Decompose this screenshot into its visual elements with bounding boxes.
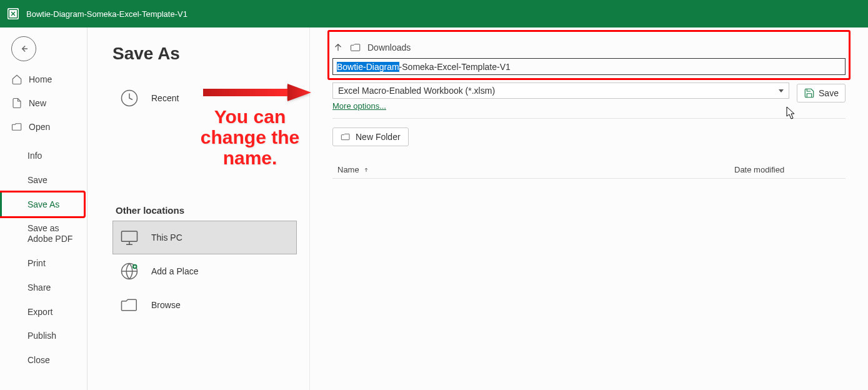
sort-asc-icon (363, 166, 369, 174)
nav-share[interactable]: Share (0, 276, 87, 300)
location-browse[interactable]: Browse (112, 288, 297, 322)
svg-rect-5 (203, 89, 287, 96)
path-breadcrumb[interactable]: Downloads (332, 39, 846, 56)
up-arrow-icon[interactable] (332, 42, 344, 53)
filetype-dropdown[interactable]: Excel Macro-Enabled Workbook (*.xlsm) (332, 82, 789, 99)
page-title: Save As (112, 44, 297, 64)
svg-rect-2 (122, 231, 137, 241)
more-options-link[interactable]: More options... (332, 101, 386, 111)
column-date[interactable]: Date modified (734, 165, 841, 174)
nav-close[interactable]: Close (0, 348, 87, 372)
nav-save[interactable]: Save (0, 168, 87, 192)
save-panel: Downloads Bowtie-Diagram-Someka-Excel-Te… (310, 28, 868, 390)
divider (332, 118, 846, 119)
nav-new[interactable]: New (0, 91, 87, 115)
location-thispc[interactable]: This PC (112, 221, 297, 254)
save-button-label: Save (819, 88, 839, 98)
location-addplace[interactable]: Add a Place (112, 254, 297, 288)
nav-export[interactable]: Export (0, 300, 87, 324)
nav-home-label: Home (29, 74, 52, 84)
titlebar-title: Bowtie-Diagram-Someka-Excel-Template-V1 (26, 9, 187, 19)
nav-save-as[interactable]: Save As (0, 192, 84, 217)
file-table-header: Name Date modified (332, 161, 846, 179)
nav-open[interactable]: Open (0, 115, 87, 139)
nav-home[interactable]: Home (0, 68, 87, 91)
filename-selected-text: Bowtie-Diagram (337, 62, 399, 72)
annotation-arrow (200, 80, 312, 105)
excel-app-icon (7, 8, 19, 19)
folder-icon (350, 42, 361, 53)
location-recent-label: Recent (151, 93, 179, 103)
back-button[interactable] (11, 36, 36, 61)
save-button[interactable]: Save (797, 84, 846, 102)
new-folder-label: New Folder (356, 132, 401, 142)
nav-new-label: New (29, 98, 46, 108)
column-name[interactable]: Name (337, 165, 734, 174)
path-folder-name: Downloads (367, 42, 411, 52)
new-folder-icon (341, 132, 351, 142)
location-addplace-label: Add a Place (151, 266, 199, 276)
location-browse-label: Browse (151, 300, 181, 310)
annotation-highlight-filename: Downloads Bowtie-Diagram-Someka-Excel-Te… (327, 30, 851, 80)
filename-rest-text: -Someka-Excel-Template-V1 (399, 62, 511, 72)
save-icon (804, 88, 815, 99)
filename-input[interactable]: Bowtie-Diagram-Someka-Excel-Template-V1 (332, 58, 846, 75)
nav-publish[interactable]: Publish (0, 324, 87, 348)
location-thispc-label: This PC (151, 232, 182, 242)
other-locations-header: Other locations (112, 205, 297, 216)
backstage-sidebar: Home New Open Info Save Save As Save as … (0, 28, 87, 390)
nav-save-adobe[interactable]: Save as Adobe PDF (0, 216, 87, 251)
nav-open-label: Open (29, 122, 50, 132)
nav-print[interactable]: Print (0, 251, 87, 276)
nav-info[interactable]: Info (0, 144, 87, 168)
new-folder-button[interactable]: New Folder (332, 128, 409, 146)
annotation-highlight-saveas: Save As (0, 191, 86, 219)
titlebar: Bowtie-Diagram-Someka-Excel-Template-V1 (0, 0, 868, 28)
filetype-dropdown-value: Excel Macro-Enabled Workbook (*.xlsm) (338, 86, 495, 96)
